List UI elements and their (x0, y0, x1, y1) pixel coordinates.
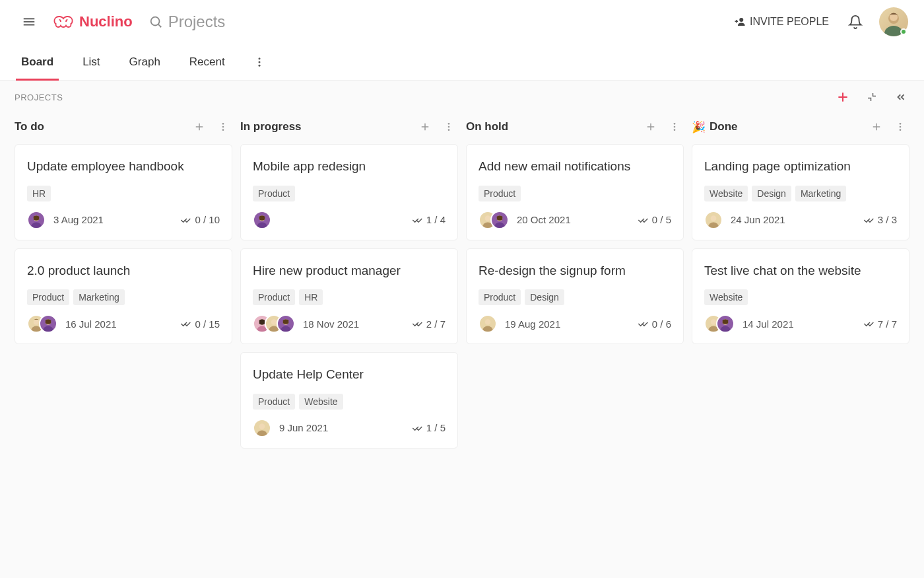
tag: Product (478, 186, 521, 201)
avatar (253, 419, 271, 437)
svg-rect-2 (24, 24, 35, 26)
collapse-icon (866, 91, 878, 103)
tag: Product (253, 394, 295, 410)
tab-list[interactable]: List (77, 44, 105, 81)
card-title: Re-design the signup form (478, 262, 671, 279)
card-date: 20 Oct 2021 (517, 214, 571, 225)
add-button[interactable] (834, 89, 851, 106)
invite-people-button[interactable]: INVITE PEOPLE (726, 11, 837, 33)
svg-point-22 (31, 222, 41, 229)
svg-point-18 (222, 123, 224, 125)
svg-point-13 (258, 64, 260, 66)
tag: Website (299, 394, 343, 410)
column-more-button[interactable] (440, 118, 458, 136)
tag: Marketing (795, 186, 846, 201)
board-header: PROJECTS (0, 81, 924, 114)
board-columns: To do Update employee handbook HR 3 Aug … (0, 114, 924, 456)
column-more-button[interactable] (665, 118, 684, 136)
tag: Product (478, 289, 521, 305)
column-header: 🎉 Done (692, 114, 909, 144)
progress-text: 2 / 7 (426, 318, 446, 330)
card[interactable]: 2.0 product launch ProductMarketing 16 J… (15, 248, 232, 345)
checklist-icon (412, 215, 422, 225)
svg-point-23 (34, 319, 40, 325)
column-onhold: On hold Add new email notifications Prod… (466, 114, 684, 456)
progress-text: 0 / 10 (195, 214, 220, 225)
svg-point-50 (494, 222, 504, 229)
checklist-icon (180, 215, 191, 225)
tag: Website (704, 186, 748, 201)
more-vertical-icon (444, 122, 454, 132)
column-add-button[interactable] (416, 118, 434, 136)
column-title: Done (710, 120, 738, 133)
svg-point-46 (674, 129, 676, 131)
tab-more-button[interactable] (249, 52, 270, 73)
card[interactable]: Landing page optimization WebsiteDesignM… (692, 144, 909, 240)
brain-icon (53, 14, 74, 30)
svg-point-41 (257, 430, 267, 437)
column-header: To do (15, 114, 232, 144)
column-more-button[interactable] (891, 118, 909, 136)
svg-point-29 (448, 123, 450, 125)
checklist-icon (412, 423, 422, 433)
card[interactable]: Update Help Center ProductWebsite 9 Jun … (240, 352, 458, 449)
hide-panel-button[interactable] (892, 89, 909, 106)
tab-label: Board (21, 55, 53, 68)
column-title: To do (15, 120, 44, 133)
card-date: 19 Aug 2021 (505, 318, 560, 330)
card-avatars (253, 419, 271, 437)
collapse-button[interactable] (863, 89, 880, 106)
app-logo[interactable]: Nuclino (53, 13, 133, 30)
notifications-button[interactable] (842, 9, 869, 35)
app-header: Nuclino Projects INVITE PEOPLE (0, 0, 924, 44)
card-progress: 2 / 7 (412, 318, 446, 330)
card[interactable]: Test live chat on the website Website 14… (692, 248, 909, 345)
card[interactable]: Re-design the signup form ProductDesign … (466, 248, 684, 345)
card-date: 14 Jul 2021 (742, 318, 794, 330)
card-progress: 0 / 15 (180, 318, 220, 330)
card-title: Landing page optimization (704, 158, 897, 175)
svg-point-19 (222, 126, 224, 128)
svg-point-51 (485, 319, 491, 325)
svg-point-57 (900, 129, 902, 131)
tag: Product (253, 289, 295, 305)
card[interactable]: Hire new product manager ProductHR 18 No… (240, 248, 458, 345)
tab-graph[interactable]: Graph (124, 44, 166, 81)
svg-point-39 (280, 326, 290, 334)
card-progress: 1 / 5 (412, 422, 446, 433)
search[interactable]: Projects (148, 13, 226, 31)
checklist-icon (638, 215, 648, 225)
column-more-button[interactable] (214, 118, 232, 136)
view-tabs: Board List Graph Recent (0, 44, 924, 81)
column-add-button[interactable] (642, 118, 660, 136)
svg-rect-1 (24, 21, 35, 22)
user-avatar[interactable] (879, 7, 908, 36)
progress-text: 1 / 5 (426, 422, 446, 433)
svg-point-47 (485, 215, 491, 221)
column-add-button[interactable] (190, 118, 209, 136)
column-add-button[interactable] (867, 118, 886, 136)
tab-board[interactable]: Board (16, 44, 59, 81)
column-inprogress: In progress Mobile app redesign Product … (240, 114, 458, 456)
hamburger-icon (22, 15, 36, 29)
svg-point-60 (711, 319, 717, 325)
tag: Product (253, 186, 295, 201)
card-progress: 3 / 3 (863, 214, 897, 225)
plus-icon (419, 121, 431, 133)
more-vertical-icon (669, 122, 680, 132)
chevrons-left-icon (895, 91, 907, 103)
hamburger-menu[interactable] (16, 9, 42, 35)
card-progress: 0 / 6 (638, 318, 671, 330)
card[interactable]: Update employee handbook HR 3 Aug 2021 0… (15, 144, 232, 240)
card-progress: 0 / 5 (638, 214, 671, 225)
tag: Product (27, 289, 69, 305)
tag: Website (704, 289, 748, 305)
tab-label: Graph (129, 55, 160, 68)
card[interactable]: Mobile app redesign Product 1 / 4 (240, 144, 458, 240)
column-header: On hold (466, 114, 684, 144)
tab-recent[interactable]: Recent (184, 44, 230, 81)
card[interactable]: Add new email notifications Product 20 O… (466, 144, 684, 240)
column-emoji: 🎉 (692, 120, 706, 134)
svg-line-4 (158, 24, 161, 27)
avatar (27, 211, 46, 229)
